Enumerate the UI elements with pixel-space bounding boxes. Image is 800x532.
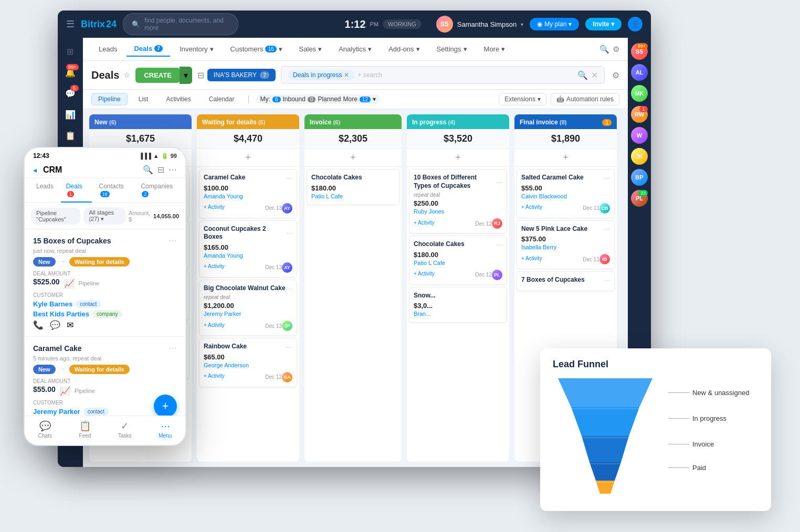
col-add-invoice[interactable]: + <box>304 149 402 167</box>
activities-tab[interactable]: Activities <box>159 93 197 105</box>
mobile-filter-icon[interactable]: ⊟ <box>157 165 164 175</box>
my-filter-dropdown[interactable]: ▾ <box>373 95 376 103</box>
card-coconut-cupcakes[interactable]: Coconut Cupcakes 2 Boxes⋯ $165.00 Amanda… <box>199 220 297 278</box>
hamburger-icon[interactable]: ☰ <box>66 18 75 30</box>
rs-icon-8[interactable]: PL 33 <box>630 189 649 208</box>
my-plan-button[interactable]: ◉ My plan ▾ <box>530 18 579 30</box>
pipeline-tab[interactable]: Pipeline <box>91 93 128 105</box>
mobile-bottom-tasks[interactable]: ✓ Tasks <box>118 420 132 439</box>
mobile-tab-deals[interactable]: Deals 1 <box>61 178 92 203</box>
user-icon-button[interactable]: 👤 <box>628 17 643 31</box>
rs-icon-7[interactable]: BP <box>630 168 649 187</box>
card-menu-icon[interactable]: ⋯ <box>496 241 502 249</box>
card-snow-partial[interactable]: Snow... $3,0... Bran... <box>409 287 507 323</box>
card-menu-icon[interactable]: ⋯ <box>604 175 610 182</box>
add-activity-btn[interactable]: + Activity <box>204 322 225 328</box>
sidebar-crm-icon[interactable]: 📊 <box>61 105 80 124</box>
nav-inventory[interactable]: Inventory ▾ <box>172 42 220 56</box>
nav-analytics[interactable]: Analytics ▾ <box>331 42 379 56</box>
card-menu-icon[interactable]: ⋯ <box>286 285 292 293</box>
mobile-email-icon[interactable]: ✉ <box>67 320 73 330</box>
mobile-bottom-feed[interactable]: 📋 Feed <box>79 420 91 439</box>
add-activity-btn[interactable]: + Activity <box>414 220 435 226</box>
mobile-search-icon[interactable]: 🔍 <box>143 165 153 175</box>
mobile-tab-companies[interactable]: Companies 2 <box>135 178 179 203</box>
my-filter-badge[interactable]: My: 6 Inbound 0 Planned More 12 ▾ <box>256 94 380 104</box>
card-menu-icon[interactable]: ⋯ <box>286 230 292 237</box>
card-menu-icon[interactable]: ⋯ <box>604 277 610 284</box>
sidebar-tasks-icon[interactable]: 📋 <box>61 126 80 145</box>
user-dropdown-arrow[interactable]: ▾ <box>521 22 523 27</box>
mobile-fab-button[interactable]: + <box>154 395 177 418</box>
mobile-tab-contacts[interactable]: Contacts 18 <box>94 178 134 203</box>
nav-customers[interactable]: Customers 16 ▾ <box>223 42 290 56</box>
rs-icon-2[interactable]: AL <box>630 63 649 82</box>
nav-search-icon[interactable]: 🔍 <box>599 45 609 54</box>
card-menu-icon[interactable]: ⋯ <box>286 175 292 182</box>
list-tab[interactable]: List <box>132 93 155 105</box>
card-menu-icon[interactable]: ⋯ <box>496 179 502 186</box>
add-activity-btn[interactable]: + Activity <box>521 256 542 261</box>
mobile-phone-icon[interactable]: 📞 <box>33 320 44 330</box>
mobile-deal-15-boxes[interactable]: 15 Boxes of Cupcakes ⋯ just now, repeat … <box>25 229 185 337</box>
col-add-waiting[interactable]: + <box>197 149 299 167</box>
automation-rules-button[interactable]: 🤖 Automation rules <box>551 93 619 105</box>
mobile-stages-filter[interactable]: All stages (27) ▾ <box>83 207 125 225</box>
nav-addons[interactable]: Add-ons ▾ <box>381 42 427 56</box>
mobile-back-btn[interactable]: ◂ <box>33 166 37 174</box>
sidebar-home-icon[interactable]: ⊞ <box>61 42 80 61</box>
nav-leads[interactable]: Leads <box>91 42 124 56</box>
create-dropdown-arrow[interactable]: ▾ <box>180 67 192 84</box>
global-search[interactable]: 🔍 find people, documents, and more <box>123 13 238 35</box>
card-menu-icon[interactable]: ⋯ <box>604 226 610 233</box>
deals-settings-icon[interactable]: ⚙ <box>612 70 619 80</box>
card-new-5-pink-lace[interactable]: New 5 Pink Lace Cake⋯ $375.00 Isabella B… <box>517 220 615 270</box>
rs-users-icon[interactable]: SS 99+ <box>630 42 649 61</box>
mobile-deal-dots-2[interactable]: ⋯ <box>169 343 177 353</box>
create-button[interactable]: CREATE <box>135 68 180 83</box>
nav-gear-icon[interactable]: ⚙ <box>613 45 619 54</box>
add-activity-btn[interactable]: + Activity <box>414 271 435 276</box>
nav-deals[interactable]: Deals 7 <box>127 41 170 57</box>
mobile-chat-icon[interactable]: 💬 <box>50 320 60 330</box>
add-activity-btn[interactable]: + Activity <box>204 204 225 210</box>
rs-icon-3[interactable]: MK <box>630 84 649 103</box>
rs-icon-5[interactable]: W <box>630 126 649 145</box>
card-menu-icon[interactable]: ⋯ <box>286 344 292 351</box>
add-activity-btn[interactable]: + Activity <box>204 373 225 379</box>
add-activity-btn[interactable]: + Activity <box>204 263 225 269</box>
card-7-boxes-cupcakes[interactable]: 7 Boxes of Cupcakes⋯ <box>517 271 615 291</box>
add-activity-btn[interactable]: + Activity <box>521 204 542 210</box>
invite-button[interactable]: Invite ▾ <box>585 18 622 30</box>
card-salted-caramel[interactable]: Salted Caramel Cake⋯ $55.00 Calvin Black… <box>517 169 615 218</box>
nav-settings[interactable]: Settings ▾ <box>429 42 475 56</box>
sidebar-chat-icon[interactable]: 💬 5 <box>61 84 80 103</box>
deals-star-icon[interactable]: ☆ <box>123 71 130 79</box>
mobile-deal-dots-1[interactable]: ⋯ <box>169 236 177 246</box>
mobile-bottom-chats[interactable]: 💬 Chats <box>38 420 52 439</box>
card-10-boxes-cupcakes[interactable]: 10 Boxes of Different Types of Cupcakes⋯… <box>409 169 507 233</box>
mobile-pipeline-filter[interactable]: Pipeline "Cupcakes" <box>31 208 80 225</box>
deals-search[interactable]: Deals in progress ✕ + search 🔍 ✕ <box>281 66 605 84</box>
mobile-more-icon[interactable]: ⋯ <box>169 165 177 175</box>
create-button-group[interactable]: CREATE ▾ <box>135 67 192 84</box>
sidebar-bell-icon[interactable]: 🔔 99+ <box>61 63 80 82</box>
col-add-inprogress[interactable]: + <box>407 149 509 167</box>
calendar-tab[interactable]: Calendar <box>202 93 241 105</box>
extensions-button[interactable]: Extensions ▾ <box>499 93 546 105</box>
card-chocolate-cakes-3[interactable]: Chocolate Cakes⋯ $180.00 Patio L Cafe + … <box>409 236 507 285</box>
nav-more[interactable]: More ▾ <box>477 42 513 56</box>
mobile-tab-leads[interactable]: Leads <box>31 178 59 203</box>
clear-search-icon[interactable]: ✕ <box>591 70 598 80</box>
card-3-chocolate-cakes[interactable]: Chocolate Cakes $180.00 Patio L Cafe <box>307 169 399 205</box>
nav-sales[interactable]: Sales ▾ <box>292 42 330 56</box>
card-rainbow-cake[interactable]: Rainbow Cake⋯ $65.00 George Anderson + A… <box>199 338 297 387</box>
col-add-final-invoice[interactable]: + <box>514 149 617 167</box>
rs-icon-6[interactable]: JK <box>630 147 649 166</box>
card-big-chocolate-walnut[interactable]: Big Chocolate Walnut Cake⋯ repeat deal $… <box>199 280 297 336</box>
tag-close-icon[interactable]: ✕ <box>344 71 349 79</box>
filter-badge[interactable]: INA'S BAKERY 7 <box>207 69 276 81</box>
card-caramel-cake[interactable]: Caramel Cake⋯ $100.00 Amanda Young + Act… <box>199 169 297 218</box>
rs-icon-4[interactable]: RW 1 <box>630 105 649 124</box>
mobile-bottom-menu[interactable]: ⋯ Menu <box>159 420 172 439</box>
